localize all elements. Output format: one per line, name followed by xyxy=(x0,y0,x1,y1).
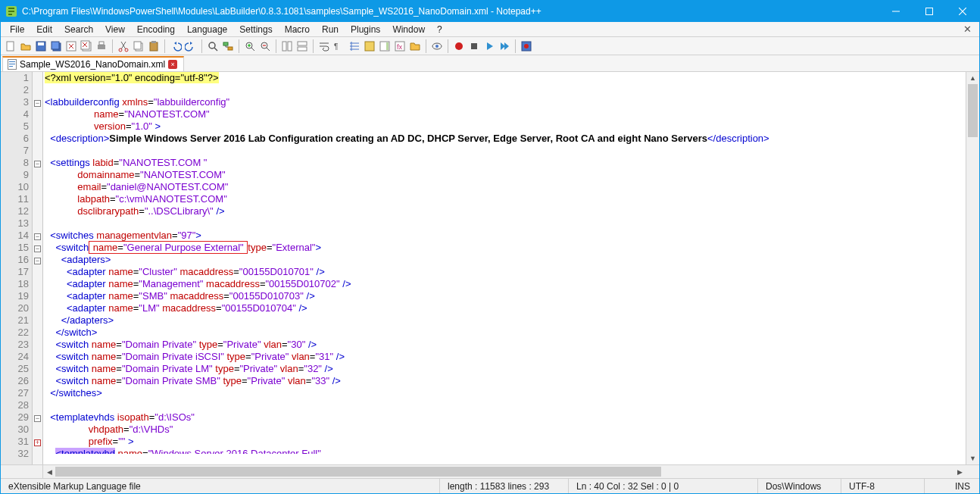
menu-search[interactable]: Search xyxy=(58,23,99,36)
code-line[interactable]: </adapters> xyxy=(45,314,966,327)
sync-v-icon[interactable] xyxy=(280,39,294,53)
menu-window[interactable]: Window xyxy=(386,23,431,36)
paste-icon[interactable] xyxy=(147,39,161,53)
play-multi-icon[interactable] xyxy=(498,39,511,53)
code-line[interactable]: prefix="" > xyxy=(45,436,966,448)
close-all-icon[interactable] xyxy=(80,39,93,53)
fold-marker[interactable]: − xyxy=(33,411,42,424)
menu-plugins[interactable]: Plugins xyxy=(345,23,386,36)
monitor-icon[interactable] xyxy=(430,39,444,53)
menu-macro[interactable]: Macro xyxy=(279,23,316,36)
menu-encoding[interactable]: Encoding xyxy=(131,23,181,36)
folder-icon[interactable] xyxy=(408,39,422,53)
code-line[interactable]: name="NANOTEST.COM" xyxy=(45,108,966,120)
code-line[interactable]: <switch name="General Purpose External" … xyxy=(45,242,966,254)
code-line[interactable]: </switches> xyxy=(45,387,966,399)
show-all-icon[interactable]: ¶ xyxy=(332,39,346,53)
fold-marker[interactable]: − xyxy=(33,230,42,242)
fold-marker[interactable]: − xyxy=(33,157,42,169)
cut-icon[interactable] xyxy=(117,39,130,53)
menu-file[interactable]: File xyxy=(4,23,30,36)
fold-marker[interactable]: + xyxy=(33,436,42,448)
zoom-out-icon[interactable] xyxy=(258,39,272,53)
code-line[interactable]: <templatevhd name="Windows Server 2016 D… xyxy=(45,448,966,454)
menu-language[interactable]: Language xyxy=(181,23,233,36)
code-line[interactable]: dsclibrarypath="..\DSCLibrary\" /> xyxy=(45,205,966,217)
menu-edit[interactable]: Edit xyxy=(30,23,58,36)
code-line[interactable]: <switch name="Domain Private LM" type="P… xyxy=(45,363,966,375)
fold-marker[interactable]: − xyxy=(33,254,42,266)
close-icon[interactable] xyxy=(64,39,78,53)
menubar-close-icon[interactable]: ✕ xyxy=(959,23,976,35)
code-line[interactable]: <labbuilderconfig xmlns="labbuilderconfi… xyxy=(45,96,966,108)
code-line[interactable]: <adapters> xyxy=(45,254,966,266)
scroll-left-icon[interactable]: ◀ xyxy=(43,465,55,478)
redo-icon[interactable] xyxy=(184,39,198,53)
stop-icon[interactable] xyxy=(467,39,481,53)
menu-settings[interactable]: Settings xyxy=(233,23,278,36)
menu-view[interactable]: View xyxy=(99,23,131,36)
scroll-down-icon[interactable]: ▼ xyxy=(966,452,979,464)
maximize-button[interactable] xyxy=(913,1,946,22)
indent-guide-icon[interactable] xyxy=(348,39,361,53)
tab-sample-xml[interactable]: Sample_WS2016_NanoDomain.xml × xyxy=(2,56,184,71)
code-line[interactable]: email="daniel@NANOTEST.COM" xyxy=(45,181,966,193)
code-area[interactable]: <?xml version="1.0" encoding="utf-8"?><l… xyxy=(43,72,966,464)
code-line[interactable]: <adapter name="Cluster" macaddress="0015… xyxy=(45,266,966,278)
code-line[interactable]: domainname="NANOTEST.COM" xyxy=(45,169,966,181)
open-icon[interactable] xyxy=(19,39,33,53)
find-icon[interactable] xyxy=(206,39,220,53)
code-line[interactable]: <switch name="Domain Private" type="Priv… xyxy=(45,339,966,351)
code-line[interactable]: <adapter name="LM" macaddress="00155D010… xyxy=(45,302,966,314)
lang-icon[interactable] xyxy=(363,39,376,53)
scroll-right-icon[interactable]: ▶ xyxy=(953,465,966,478)
close-button[interactable] xyxy=(946,1,979,22)
minimize-button[interactable] xyxy=(879,1,913,22)
code-line[interactable]: </switch> xyxy=(45,327,966,339)
scroll-up-icon[interactable]: ▲ xyxy=(966,72,979,84)
code-line[interactable] xyxy=(45,84,966,96)
horizontal-scroll-thumb[interactable] xyxy=(55,467,661,477)
code-line[interactable] xyxy=(45,217,966,230)
code-line[interactable]: <adapter name="SMB" macaddress="00155D01… xyxy=(45,290,966,302)
new-icon[interactable] xyxy=(4,39,17,53)
menu-run[interactable]: Run xyxy=(316,23,345,36)
zoom-in-icon[interactable] xyxy=(243,39,257,53)
code-line[interactable]: vhdpath="d:\VHDs" xyxy=(45,424,966,436)
save-all-icon[interactable] xyxy=(49,39,63,53)
func-list-icon[interactable]: fx xyxy=(393,39,407,53)
tab-close-icon[interactable]: × xyxy=(168,60,177,69)
copy-icon[interactable] xyxy=(132,39,145,53)
code-line[interactable]: <switch name="Domain Private SMB" type="… xyxy=(45,375,966,387)
fold-marker[interactable]: − xyxy=(33,96,42,108)
play-icon[interactable] xyxy=(482,39,496,53)
code-line[interactable] xyxy=(45,399,966,411)
code-line[interactable]: <adapter name="Management" macaddress="0… xyxy=(45,278,966,290)
code-line[interactable] xyxy=(45,145,966,157)
horizontal-scrollbar[interactable]: ◀ ▶ xyxy=(1,464,979,478)
undo-icon[interactable] xyxy=(169,39,183,53)
save-icon[interactable] xyxy=(34,39,48,53)
print-icon[interactable] xyxy=(95,39,108,53)
save-macro-icon[interactable] xyxy=(520,39,533,53)
wrap-icon[interactable] xyxy=(317,39,331,53)
code-line[interactable]: <settings labid="NANOTEST.COM " xyxy=(45,157,966,169)
code-line[interactable]: version="1.0" > xyxy=(45,120,966,133)
code-line[interactable]: <templatevhds isopath="d:\ISOs" xyxy=(45,411,966,424)
code-line[interactable]: <?xml version="1.0" encoding="utf-8"?> xyxy=(45,72,966,84)
replace-icon[interactable] xyxy=(221,39,235,53)
sync-h-icon[interactable] xyxy=(295,39,309,53)
record-icon[interactable] xyxy=(452,39,466,53)
line-number: 5 xyxy=(1,120,32,133)
fold-gutter[interactable]: −−−−−−+ xyxy=(33,72,43,464)
code-line[interactable]: <switch name="Domain Private iSCSI" type… xyxy=(45,351,966,363)
code-line[interactable]: labpath="c:\vm\NANOTEST.COM" xyxy=(45,193,966,205)
menu-help[interactable]: ? xyxy=(431,23,448,36)
fold-marker[interactable]: − xyxy=(33,242,42,254)
doc-map-icon[interactable] xyxy=(378,39,392,53)
vertical-scroll-thumb[interactable] xyxy=(968,84,978,137)
titlebar[interactable]: C:\Program Files\WindowsPowerShell\Modul… xyxy=(1,1,979,22)
vertical-scrollbar[interactable]: ▲ ▼ xyxy=(966,72,979,464)
code-line[interactable]: <switches managementvlan="97"> xyxy=(45,230,966,242)
code-line[interactable]: <description>Simple Windows Server 2016 … xyxy=(45,133,966,145)
